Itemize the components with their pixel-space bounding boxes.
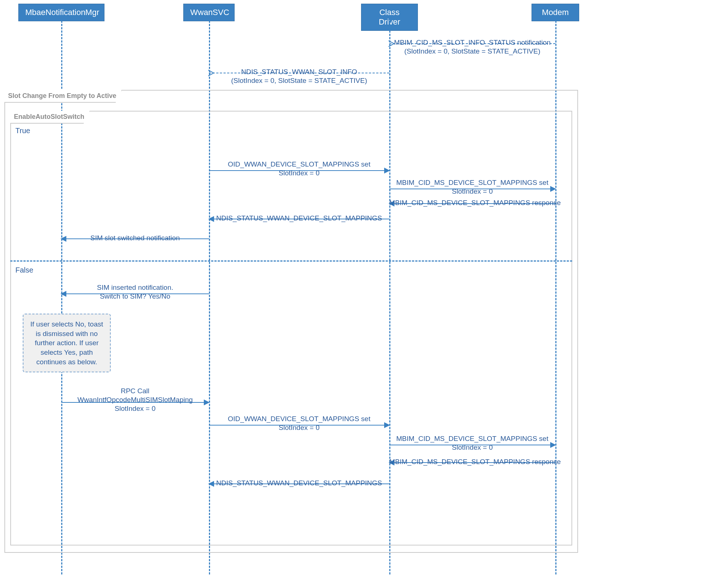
msg-label: MBIM_CID_MS_DEVICE_SLOT_MAPPINGS set Slo… [389, 434, 555, 452]
msg-label: MBIM_CID_MS_DEVICE_SLOT_MAPPINGS set Slo… [389, 178, 555, 196]
msg-label: OID_WWAN_DEVICE_SLOT_MAPPINGS set SlotIn… [209, 160, 389, 178]
msg-label: MBIM_CID_MS_DEVICE_SLOT_MAPPINGS respons… [389, 457, 555, 466]
note-user-choice: If user selects No, toast is dismissed w… [23, 314, 111, 372]
msg-label: NDIS_STATUS_WWAN_DEVICE_SLOT_MAPPINGS [209, 479, 389, 488]
frame-label: EnableAutoSlotSwitch [10, 111, 90, 124]
msg-label: MBIM_CID_MS_SLOT_INFO_STATUS notificatio… [389, 38, 555, 56]
msg-label: RPC Call WwanIntfOpcodeMultiSIMSlotMapin… [61, 387, 209, 413]
msg-label: OID_WWAN_DEVICE_SLOT_MAPPINGS set SlotIn… [209, 415, 389, 432]
guard-true: True [15, 127, 30, 135]
msg-label: SIM slot switched notification [61, 234, 209, 242]
alt-separator [10, 260, 572, 262]
msg-label: SIM inserted notification. Switch to SIM… [61, 283, 209, 301]
actor-wwansvc: WwanSVC [183, 4, 235, 21]
msg-label: NDIS_STATUS_WWAN_SLOT_INFO (SlotIndex = … [209, 67, 389, 85]
msg-label: NDIS_STATUS_WWAN_DEVICE_SLOT_MAPPINGS [209, 214, 389, 223]
actor-mbae: MbaeNotificationMgr [18, 4, 104, 21]
frame-label: Slot Change From Empty to Active [4, 90, 122, 103]
msg-label: MBIM_CID_MS_DEVICE_SLOT_MAPPINGS respons… [389, 198, 555, 207]
guard-false: False [15, 266, 33, 274]
sequence-diagram: MbaeNotificationMgr WwanSVC Class Driver… [0, 0, 728, 584]
actor-modem: Modem [532, 4, 579, 21]
